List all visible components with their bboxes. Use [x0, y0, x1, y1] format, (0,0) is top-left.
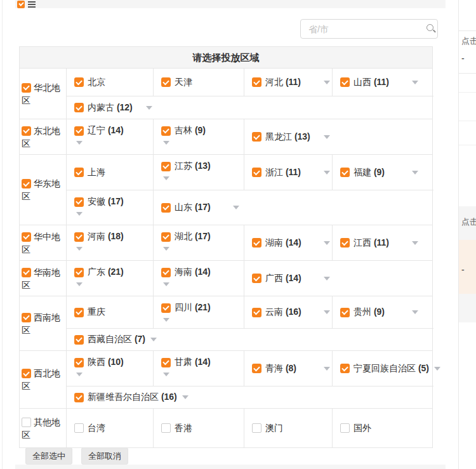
region-group-cell[interactable]: 西南地区	[20, 296, 67, 350]
province-cell[interactable]: 湖北 (17)	[153, 225, 244, 260]
checkbox-icon[interactable]	[74, 126, 84, 136]
chevron-down-icon[interactable]	[412, 81, 418, 84]
checkbox-icon[interactable]	[252, 168, 261, 177]
checkbox-icon[interactable]	[74, 393, 84, 402]
chevron-down-icon[interactable]	[324, 241, 330, 245]
province-cell[interactable]: 天津	[153, 69, 244, 96]
province-cell[interactable]: 辽宁 (14)	[67, 119, 153, 154]
checkbox-icon[interactable]	[74, 268, 84, 277]
chevron-down-icon[interactable]	[182, 395, 188, 399]
chevron-down-icon[interactable]	[324, 367, 330, 371]
chevron-down-icon[interactable]	[76, 282, 83, 286]
checkbox-icon[interactable]	[161, 232, 171, 242]
province-cell[interactable]: 浙江 (11)	[244, 155, 332, 190]
province-cell[interactable]: 新疆维吾尔自治区 (16)	[67, 386, 433, 408]
checkbox-icon[interactable]	[161, 358, 171, 367]
province-cell[interactable]: 山西 (11)	[332, 69, 433, 96]
chevron-down-icon[interactable]	[163, 247, 169, 251]
chevron-down-icon[interactable]	[163, 141, 169, 145]
select-all-button[interactable]: 全部选中	[25, 447, 72, 465]
province-cell[interactable]: 贵州 (9)	[332, 296, 433, 328]
checkbox-icon[interactable]	[161, 203, 171, 213]
chevron-down-icon[interactable]	[412, 171, 418, 175]
chevron-down-icon[interactable]	[163, 282, 169, 286]
province-cell[interactable]: 广西 (14)	[244, 261, 433, 296]
checkbox-icon[interactable]	[161, 423, 171, 433]
search-input[interactable]	[301, 24, 426, 34]
region-group-cell[interactable]: 华北地区	[20, 69, 67, 119]
province-cell[interactable]: 湖南 (14)	[244, 225, 332, 260]
province-cell[interactable]: 福建 (9)	[332, 155, 433, 190]
chevron-down-icon[interactable]	[324, 81, 330, 84]
region-group-cell[interactable]: 其他地区	[20, 409, 67, 447]
checkbox-icon[interactable]	[252, 274, 261, 283]
checkbox-icon[interactable]	[252, 77, 261, 87]
checkbox-icon[interactable]	[74, 423, 84, 433]
chevron-down-icon[interactable]	[76, 373, 83, 376]
province-cell[interactable]: 河北 (11)	[244, 69, 332, 96]
checkbox-icon[interactable]	[74, 77, 84, 87]
checkbox-icon[interactable]	[252, 132, 261, 142]
checkbox-icon[interactable]	[340, 238, 350, 248]
chevron-down-icon[interactable]	[76, 141, 83, 145]
province-cell[interactable]: 吉林 (9)	[153, 119, 244, 154]
province-cell[interactable]: 青海 (8)	[244, 351, 332, 386]
checkbox-icon[interactable]	[161, 268, 171, 277]
checkbox-icon[interactable]	[340, 364, 350, 373]
chevron-down-icon[interactable]	[163, 318, 169, 322]
province-cell[interactable]: 黑龙江 (13)	[244, 119, 433, 154]
checkbox-icon[interactable]	[252, 308, 261, 317]
checkbox-icon[interactable]	[252, 423, 261, 433]
chevron-down-icon[interactable]	[412, 310, 418, 314]
checkbox-icon[interactable]	[74, 232, 84, 242]
hamburger-icon[interactable]	[28, 1, 36, 8]
province-cell[interactable]: 云南 (16)	[244, 296, 332, 328]
checkbox-icon[interactable]	[22, 313, 31, 322]
chevron-down-icon[interactable]	[233, 206, 239, 209]
checkbox-icon[interactable]	[22, 369, 31, 378]
region-group-cell[interactable]: 华中地区	[20, 225, 67, 260]
chevron-down-icon[interactable]	[434, 367, 440, 371]
checkbox-icon[interactable]	[252, 238, 261, 248]
chevron-down-icon[interactable]	[324, 171, 330, 175]
checkbox-icon[interactable]	[340, 423, 350, 433]
search-box[interactable]	[300, 19, 438, 39]
checkbox-icon[interactable]	[161, 126, 171, 136]
checkbox-icon[interactable]	[22, 126, 31, 136]
region-group-cell[interactable]: 东北地区	[20, 119, 67, 154]
checkbox-icon[interactable]	[161, 303, 171, 313]
checkbox-icon[interactable]	[74, 197, 84, 207]
province-cell[interactable]: 香港	[153, 409, 244, 447]
province-cell[interactable]: 澳门	[244, 409, 332, 447]
province-cell[interactable]: 安徽 (17)	[67, 190, 153, 225]
province-cell[interactable]: 陕西 (10)	[67, 351, 153, 386]
province-cell[interactable]: 四川 (21)	[153, 296, 244, 328]
cancel-all-button[interactable]: 全部取消	[81, 447, 128, 465]
chevron-down-icon[interactable]	[163, 176, 169, 180]
search-icon[interactable]	[426, 23, 437, 35]
province-cell[interactable]: 国外	[332, 409, 433, 447]
region-group-cell[interactable]: 西北地区	[20, 351, 67, 408]
chevron-down-icon[interactable]	[324, 277, 330, 281]
checkbox-icon[interactable]	[22, 268, 31, 277]
province-cell[interactable]: 宁夏回族自治区 (5)	[332, 351, 433, 386]
checkbox-icon[interactable]	[22, 418, 31, 427]
checkbox-icon[interactable]	[17, 1, 25, 8]
province-cell[interactable]: 广东 (21)	[67, 261, 153, 296]
chevron-down-icon[interactable]	[412, 241, 418, 245]
checkbox-icon[interactable]	[340, 168, 350, 177]
checkbox-icon[interactable]	[74, 335, 84, 345]
chevron-down-icon[interactable]	[146, 106, 152, 110]
region-group-cell[interactable]: 华南地区	[20, 261, 67, 296]
chevron-down-icon[interactable]	[150, 338, 157, 341]
checkbox-icon[interactable]	[340, 77, 350, 87]
checkbox-icon[interactable]	[22, 83, 31, 93]
checkbox-icon[interactable]	[74, 168, 84, 177]
region-group-cell[interactable]: 华东地区	[20, 155, 67, 225]
checkbox-icon[interactable]	[74, 358, 84, 367]
checkbox-icon[interactable]	[22, 232, 31, 242]
chevron-down-icon[interactable]	[324, 135, 330, 139]
checkbox-icon[interactable]	[340, 308, 350, 317]
province-cell[interactable]: 西藏自治区 (7)	[67, 329, 433, 350]
province-cell[interactable]: 内蒙古 (12)	[67, 96, 433, 119]
